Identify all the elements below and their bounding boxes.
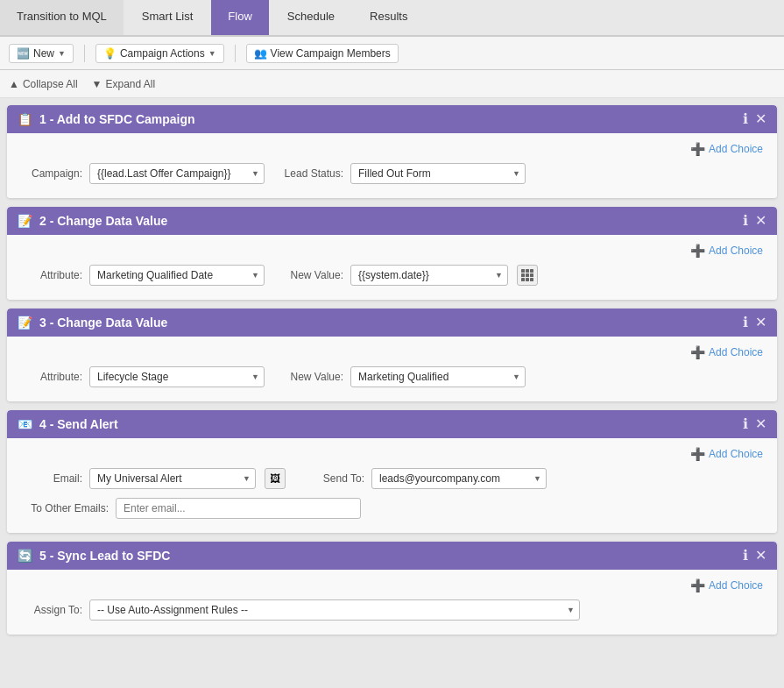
expand-all-btn[interactable]: ▼ Expand All [92,78,156,90]
step-1-card: 📋 1 - Add to SFDC Campaign ℹ ✕ ➕ Add Cho… [7,105,777,198]
tab-transition-mql[interactable]: Transition to MQL [0,0,124,35]
step-3-icon: 📝 [18,316,32,330]
step-5-assign-to-select-wrapper: -- Use Auto-Assignment Rules -- [89,599,580,621]
step-5-card: 🔄 5 - Sync Lead to SFDC ℹ ✕ ➕ Add Choice [7,542,777,635]
step-5-info-btn[interactable]: ℹ [743,549,748,563]
step-5-form-row: Assign To: -- Use Auto-Assignment Rules … [21,599,763,621]
step-4-email-browse-btn[interactable]: 🖼 [265,468,286,489]
step-2-add-choice-btn[interactable]: ➕ Add Choice [690,244,763,258]
step-4-body: ➕ Add Choice Email: My Universal Alert [7,438,777,533]
step-4-icon: 📧 [18,417,32,431]
new-icon: 🆕 [17,47,30,60]
step-1-close-btn[interactable]: ✕ [755,112,766,126]
step-3-attribute-select[interactable]: Lifecycle Stage [89,366,265,387]
step-4-other-emails-row: To Other Emails: [21,498,763,519]
step-4-title: 4 - Send Alert [39,417,118,431]
step-4-send-to-select[interactable]: leads@yourcompany.com [371,468,547,489]
step-2-header-left: 📝 2 - Change Data Value [18,214,167,228]
collapse-bar: ▲ Collapse All ▼ Expand All [0,70,784,98]
step-3-attribute-field: Attribute: Lifecycle Stage [21,366,265,387]
tab-schedule[interactable]: Schedule [271,0,351,35]
step-1-campaign-select[interactable]: {{lead.Last Offer Campaign}} [89,163,265,184]
step-5-assign-to-label: Assign To: [21,604,82,616]
step-3-form-row: Attribute: Lifecycle Stage New Value: Ma… [21,366,763,387]
main-content: 📋 1 - Add to SFDC Campaign ℹ ✕ ➕ Add Cho… [0,98,784,688]
step-2-grid-icon-btn[interactable] [517,265,538,286]
step-3-new-value-label: New Value: [282,371,343,383]
campaign-actions-dropdown-arrow: ▼ [208,49,216,58]
step-4-send-to-select-wrapper: leads@yourcompany.com [371,468,547,489]
step-1-lead-status-select-wrapper: Filled Out Form [350,163,526,184]
step-1-form-row: Campaign: {{lead.Last Offer Campaign}} L… [21,163,763,184]
tab-results[interactable]: Results [353,0,424,35]
collapse-all-btn[interactable]: ▲ Collapse All [9,78,78,90]
step-1-add-choice-label: Add Choice [709,143,763,155]
step-4-other-emails-field: To Other Emails: [21,498,361,519]
step-2-add-choice-label: Add Choice [709,245,763,257]
toolbar: 🆕 New ▼ 💡 Campaign Actions ▼ 👥 View Camp… [0,37,784,70]
step-2-info-btn[interactable]: ℹ [743,214,748,228]
step-5-header-left: 🔄 5 - Sync Lead to SFDC [18,549,170,563]
step-5-add-choice-btn[interactable]: ➕ Add Choice [690,578,763,592]
step-2-attribute-field: Attribute: Marketing Qualified Date [21,265,265,286]
step-4-header-left: 📧 4 - Send Alert [18,417,118,431]
step-2-title: 2 - Change Data Value [39,214,167,228]
tab-flow[interactable]: Flow [211,0,268,35]
new-label: New [33,47,54,60]
step-5-icon: 🔄 [18,549,32,563]
step-2-attribute-select[interactable]: Marketing Qualified Date [89,265,265,286]
step-1-campaign-select-wrapper: {{lead.Last Offer Campaign}} [89,163,265,184]
toolbar-separator [84,45,85,62]
step-5-add-choice-icon: ➕ [690,578,705,592]
tab-smart-list[interactable]: Smart List [125,0,210,35]
step-2-close-btn[interactable]: ✕ [755,214,766,228]
step-3-new-value-select[interactable]: Marketing Qualified [350,366,526,387]
step-3-add-choice-row: ➕ Add Choice [21,345,763,359]
step-4-email-select-wrapper: My Universal Alert [89,468,256,489]
step-3-close-btn[interactable]: ✕ [755,316,766,330]
step-4-other-emails-input[interactable] [116,498,361,519]
step-3-add-choice-btn[interactable]: ➕ Add Choice [690,345,763,359]
step-3-new-value-select-wrapper: Marketing Qualified [350,366,526,387]
expand-arrow-icon: ▼ [92,78,102,90]
new-button[interactable]: 🆕 New ▼ [9,44,74,63]
step-1-header-left: 📋 1 - Add to SFDC Campaign [18,112,195,126]
step-2-attribute-label: Attribute: [21,269,82,281]
step-1-add-choice-icon: ➕ [690,142,705,156]
step-5-close-btn[interactable]: ✕ [755,549,766,563]
step-1-lead-status-select[interactable]: Filled Out Form [350,163,526,184]
step-5-assign-to-select[interactable]: -- Use Auto-Assignment Rules -- [89,599,580,621]
step-4-header-right: ℹ ✕ [743,417,766,431]
step-1-header: 📋 1 - Add to SFDC Campaign ℹ ✕ [7,105,777,133]
step-4-send-to-label: Send To: [303,472,364,485]
view-members-button[interactable]: 👥 View Campaign Members [246,44,399,63]
campaign-actions-button[interactable]: 💡 Campaign Actions ▼ [95,44,224,63]
step-1-info-btn[interactable]: ℹ [743,112,748,126]
step-2-icon: 📝 [18,214,32,228]
step-2-add-choice-row: ➕ Add Choice [21,244,763,258]
expand-all-label: Expand All [105,78,155,90]
step-1-add-choice-btn[interactable]: ➕ Add Choice [690,142,763,156]
step-4-header: 📧 4 - Send Alert ℹ ✕ [7,410,777,438]
step-2-header: 📝 2 - Change Data Value ℹ ✕ [7,207,777,235]
step-1-add-choice-row: ➕ Add Choice [21,142,763,156]
step-2-card: 📝 2 - Change Data Value ℹ ✕ ➕ Add Choice [7,207,777,300]
step-3-add-choice-icon: ➕ [690,345,705,359]
collapse-all-label: Collapse All [23,78,78,90]
step-2-new-value-select[interactable]: {{system.date}} [350,265,508,286]
step-3-title: 3 - Change Data Value [39,316,167,330]
step-3-header-right: ℹ ✕ [743,316,766,330]
step-3-card: 📝 3 - Change Data Value ℹ ✕ ➕ Add Choice [7,309,777,401]
step-4-info-btn[interactable]: ℹ [743,417,748,431]
step-4-card: 📧 4 - Send Alert ℹ ✕ ➕ Add Choice [7,410,777,533]
step-4-form-row: Email: My Universal Alert 🖼 Send To: [21,468,763,489]
step-4-close-btn[interactable]: ✕ [755,417,766,431]
step-4-add-choice-icon: ➕ [690,447,705,461]
step-4-email-select[interactable]: My Universal Alert [89,468,256,489]
step-4-add-choice-btn[interactable]: ➕ Add Choice [690,447,763,461]
step-4-other-emails-label: To Other Emails: [21,502,109,514]
step-4-email-label: Email: [21,472,82,485]
step-3-info-btn[interactable]: ℹ [743,316,748,330]
step-3-new-value-field: New Value: Marketing Qualified [282,366,526,387]
collapse-arrow-icon: ▲ [9,78,19,90]
